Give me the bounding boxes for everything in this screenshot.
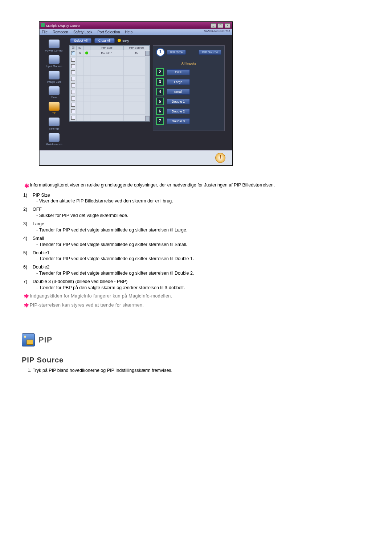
sidebar-item-label: Maintenance [46,143,62,146]
item-title: Double2 [33,264,50,270]
sidebar-item-pip[interactable]: PIP [40,101,69,117]
item-number: 5) [23,250,33,256]
callout-2: 2 [156,68,164,76]
clear-all-button[interactable]: Clear All [94,38,115,43]
tab-pip-size[interactable]: PIP Size [167,50,186,55]
option-double3[interactable]: Double 3 [167,118,190,124]
app-icon [41,23,45,27]
row-checkbox[interactable] [71,103,75,107]
row-id: 0 [77,50,83,56]
pip-section: PIP PIP Source 1. Tryk på PIP bland hove… [22,333,370,373]
row-checkbox[interactable] [71,51,75,55]
table-row[interactable]: 0 Double 1 AV [70,50,150,57]
minimize-button[interactable]: _ [211,23,216,28]
option-small[interactable]: Small [167,89,190,95]
table-row[interactable] [70,82,150,89]
item-number: 1) [23,192,33,198]
row-checkbox[interactable] [71,77,75,81]
lead-text: Informationsgitteret viser en række grun… [30,182,370,190]
sidebar-item-label: Time [51,96,57,99]
table-row[interactable] [70,63,150,70]
pip-section-icon [22,333,35,346]
sidebar-item-settings[interactable]: Settings [40,117,69,132]
callout-6: 6 [156,107,164,115]
scroll-up-icon[interactable] [145,51,150,56]
table-row[interactable] [70,57,150,63]
col-id: ID [77,46,83,50]
item-desc: Tænder for PIP ved det valgte skærmbille… [36,270,370,276]
item-number: 7) [23,279,33,285]
row-checkbox[interactable] [71,116,75,120]
option-double2[interactable]: Double 2 [167,108,190,114]
item-desc: Slukker for PIP ved det valgte skærmbill… [36,213,370,219]
info-grid: ☑ ID PIP Size PIP Source 0 Double 1 AV [69,45,150,122]
grid-scrollbar[interactable] [145,51,150,121]
window-title: Multiple Display Control [46,24,81,28]
brand-label: SAMSUNG DIGITall [204,29,230,33]
table-row[interactable] [70,102,150,108]
menu-port-selection[interactable]: Port Selection [97,30,120,34]
item-desc: Tænder for PIP ved det valgte skærmbille… [36,227,370,233]
row-pip-size: Double 1 [90,50,124,56]
sidebar-item-input-source[interactable]: Input Source [40,54,69,70]
item-title: Double1 [33,250,50,255]
image-size-icon [49,71,60,79]
col-pip-size: PIP Size [90,46,124,50]
select-all-button[interactable]: Select All [70,38,91,43]
close-button[interactable]: × [225,23,230,28]
pip-icon [49,102,60,111]
sidebar-item-label: PIP [52,111,57,115]
item-number: 4) [23,235,33,242]
maximize-button[interactable]: □ [217,23,223,28]
status-bar [40,150,232,165]
star-icon: ✱ [23,182,30,190]
table-row[interactable] [70,115,150,121]
input-source-icon [49,55,60,64]
menu-file[interactable]: File [42,30,48,34]
all-inputs-label: All Inputs [156,62,221,65]
option-off[interactable]: OFF [167,69,190,75]
item-desc: Tænder for PIP ved det valgte skærmbille… [36,256,370,262]
col-check[interactable]: ☑ [70,46,77,50]
option-large[interactable]: Large [167,79,190,85]
star-icon: ✱ [23,301,30,309]
menu-safety-lock[interactable]: Safety Lock [73,30,92,34]
settings-icon [49,118,60,126]
menu-help[interactable]: Help [125,30,132,34]
busy-dot-icon [118,39,121,42]
star-icon: ✱ [23,292,30,300]
sidebar-item-maintenance[interactable]: Maintenance [40,132,69,148]
sidebar-item-label: Settings [49,127,60,130]
sidebar-item-power-control[interactable]: Power Control [40,39,69,54]
callout-5: 5 [156,98,164,105]
table-row[interactable] [70,76,150,82]
row-checkbox[interactable] [71,109,75,113]
item-number: 3) [23,221,33,227]
window-buttons: _ □ × [210,23,230,28]
tab-pip-source[interactable]: PIP Source [199,50,221,55]
callout-3: 3 [156,78,164,86]
table-row[interactable] [70,108,150,115]
col-status [83,46,90,50]
pip-settings-panel: 1 PIP Size PIP Source All Inputs 2OFF 3L… [153,45,225,131]
table-row[interactable] [70,95,150,102]
table-row[interactable] [70,89,150,95]
scroll-down-icon[interactable] [145,116,150,121]
sidebar-item-image-size[interactable]: Image Size [40,70,69,86]
item-desc: Tænder for PBP på den valgte skærm og æn… [36,285,370,291]
menu-remocon[interactable]: Remocon [53,30,68,34]
table-row[interactable] [70,69,150,76]
row-checkbox[interactable] [71,64,75,68]
row-checkbox[interactable] [71,70,75,74]
option-double1[interactable]: Double 1 [167,99,190,104]
row-checkbox[interactable] [71,97,75,100]
sidebar-item-time[interactable]: Time [40,86,69,101]
note-text: PIP-størrelsen kan styres ved at tænde f… [30,303,144,308]
row-checkbox[interactable] [71,83,75,87]
step-number: 1. [28,368,31,373]
callout-7: 7 [156,117,164,125]
item-title: OFF [33,207,42,212]
main-pane: Select All Clear All Busy ☑ ID PIP Size … [69,35,232,150]
row-checkbox[interactable] [71,90,75,94]
row-checkbox[interactable] [71,58,75,62]
